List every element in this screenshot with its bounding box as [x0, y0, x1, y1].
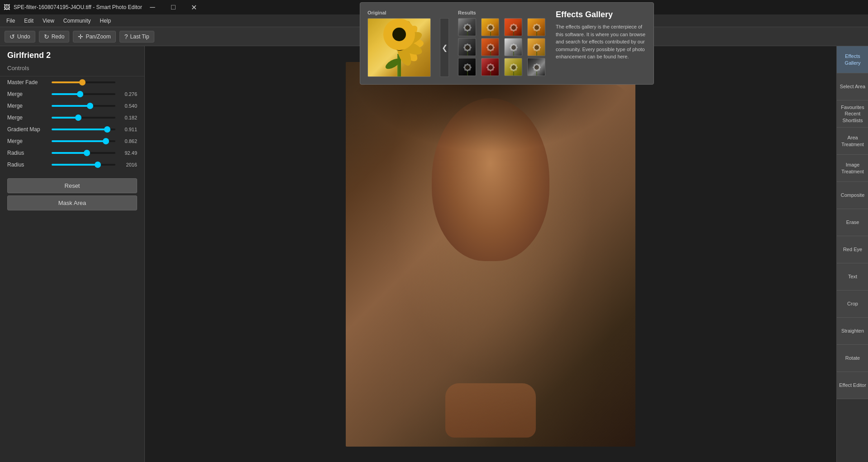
results-label: Results — [458, 10, 548, 15]
minimize-button[interactable]: ─ — [142, 0, 163, 14]
svg-point-11 — [394, 38, 405, 49]
slider-thumb-1[interactable] — [77, 91, 83, 97]
lasttip-label: Last Tip — [130, 33, 149, 40]
slider-row-4: Gradient Map0.911 — [0, 124, 144, 135]
sidebar-btn-image-treatment[interactable]: Image Treatment — [837, 155, 868, 182]
slider-track-2[interactable] — [52, 105, 115, 107]
slider-row-7: Radius2016 — [0, 159, 144, 171]
sidebar-btn-red-eye[interactable]: Red Eye — [837, 236, 868, 263]
slider-label-6: Radius — [7, 150, 48, 156]
sidebar-btn-text[interactable]: Text — [837, 263, 868, 291]
lasttip-button[interactable]: ? Last Tip — [119, 31, 154, 43]
slider-value-7: 2016 — [119, 162, 137, 167]
sidebar-btn-rotate[interactable]: Rotate — [837, 345, 868, 372]
slider-thumb-7[interactable] — [95, 162, 101, 168]
original-label: Original — [367, 10, 431, 15]
svg-point-17 — [465, 25, 470, 30]
menubar-item-edit[interactable]: Edit — [19, 16, 38, 26]
slider-thumb-5[interactable] — [103, 138, 109, 144]
sidebar-btn-effects-gallery[interactable]: Effects Gallery — [837, 46, 868, 73]
slider-track-3[interactable] — [52, 117, 115, 119]
slider-label-1: Merge — [7, 91, 48, 97]
controls-label: Controls — [0, 63, 144, 76]
effect-thumbnail-7[interactable] — [527, 38, 545, 56]
slider-fill-7 — [52, 164, 98, 166]
slider-thumb-6[interactable] — [84, 150, 90, 156]
effects-original-area: Original — [367, 10, 431, 77]
effects-popup: Original — [360, 2, 654, 85]
effects-grid — [458, 18, 548, 76]
slider-track-7[interactable] — [52, 164, 115, 166]
mask-area-button[interactable]: Mask Area — [7, 195, 137, 210]
portrait-image — [346, 62, 635, 447]
slider-track-6[interactable] — [52, 152, 115, 154]
slider-fill-0 — [52, 81, 82, 83]
slider-label-3: Merge — [7, 114, 48, 121]
redo-button[interactable]: ↻ Redo — [39, 31, 70, 43]
slider-label-5: Merge — [7, 138, 48, 144]
slider-value-6: 92.49 — [119, 150, 137, 156]
slider-row-2: Merge0.540 — [0, 100, 144, 112]
slider-track-5[interactable] — [52, 140, 115, 142]
effect-thumbnail-2[interactable] — [504, 18, 522, 36]
effect-thumbnail-9[interactable] — [481, 58, 499, 76]
effects-results-area: Results — [458, 10, 548, 77]
sliders-container: Master FadeMerge0.276Merge0.540Merge0.18… — [0, 76, 144, 171]
sidebar-btn-favourites-recent-shortlists[interactable]: Favourites Recent Shortlists — [837, 100, 868, 128]
slider-thumb-3[interactable] — [75, 114, 81, 121]
slider-row-3: Merge0.182 — [0, 112, 144, 124]
effect-thumbnail-6[interactable] — [504, 38, 522, 56]
scroll-left-arrow[interactable]: ❮ — [440, 18, 449, 77]
app-icon: 🖼 — [4, 4, 10, 11]
effect-thumbnail-11[interactable] — [527, 58, 545, 76]
menubar-item-community[interactable]: Community — [59, 16, 95, 26]
effect-thumbnail-4[interactable] — [458, 38, 476, 56]
svg-point-71 — [488, 65, 493, 70]
panzoom-label: Pan/Zoom — [86, 33, 110, 40]
sidebar-btn-crop[interactable]: Crop — [837, 291, 868, 318]
menubar-item-file[interactable]: File — [2, 16, 19, 26]
sidebar-btn-erase[interactable]: Erase — [837, 209, 868, 236]
svg-point-77 — [511, 65, 516, 70]
slider-fill-1 — [52, 93, 80, 95]
panzoom-icon: ✛ — [78, 33, 83, 40]
slider-thumb-4[interactable] — [104, 126, 110, 133]
sidebar-btn-effect-editor[interactable]: Effect Editor — [837, 372, 868, 399]
canvas-area — [145, 46, 836, 462]
slider-thumb-0[interactable] — [79, 79, 86, 86]
maximize-button[interactable]: □ — [163, 0, 184, 14]
svg-point-47 — [488, 45, 493, 50]
effect-thumbnail-10[interactable] — [504, 58, 522, 76]
right-sidebar: Effects GallerySelect AreaFavourites Rec… — [836, 46, 868, 462]
reset-button[interactable]: Reset — [7, 178, 137, 193]
svg-point-41 — [465, 45, 470, 50]
menubar-item-view[interactable]: View — [38, 16, 59, 26]
sidebar-btn-composite[interactable]: Composite — [837, 182, 868, 209]
sidebar-btn-straighten[interactable]: Straighten — [837, 318, 868, 345]
menubar-item-help[interactable]: Help — [95, 16, 116, 26]
close-button[interactable]: ✕ — [184, 0, 205, 14]
undo-button[interactable]: ↺ Undo — [5, 31, 35, 43]
slider-value-5: 0.862 — [119, 138, 137, 144]
effect-thumbnail-0[interactable] — [458, 18, 476, 36]
slider-track-0[interactable] — [52, 81, 115, 83]
effects-gallery-title: Effects Gallery — [556, 10, 646, 19]
titlebar-controls: ─ □ ✕ — [142, 0, 205, 14]
effect-thumbnail-1[interactable] — [481, 18, 499, 36]
slider-track-1[interactable] — [52, 93, 115, 95]
effect-thumbnail-5[interactable] — [481, 38, 499, 56]
titlebar-title: SPE-filter-1608074195-J4OU.tiff - Smart … — [14, 4, 142, 10]
slider-fill-6 — [52, 152, 87, 154]
effect-thumbnail-8[interactable] — [458, 58, 476, 76]
left-panel: Girlfriend 2 Controls Master FadeMerge0.… — [0, 46, 145, 462]
svg-point-53 — [511, 45, 516, 50]
svg-point-65 — [465, 65, 470, 70]
sidebar-btn-select-area[interactable]: Select Area — [837, 73, 868, 100]
panzoom-button[interactable]: ✛ Pan/Zoom — [73, 31, 115, 43]
slider-thumb-2[interactable] — [87, 103, 93, 109]
effect-thumbnail-3[interactable] — [527, 18, 545, 36]
slider-value-4: 0.911 — [119, 127, 137, 132]
slider-track-4[interactable] — [52, 129, 115, 130]
sidebar-btn-area-treatment[interactable]: Area Treatment — [837, 128, 868, 155]
undo-label: Undo — [17, 33, 30, 40]
